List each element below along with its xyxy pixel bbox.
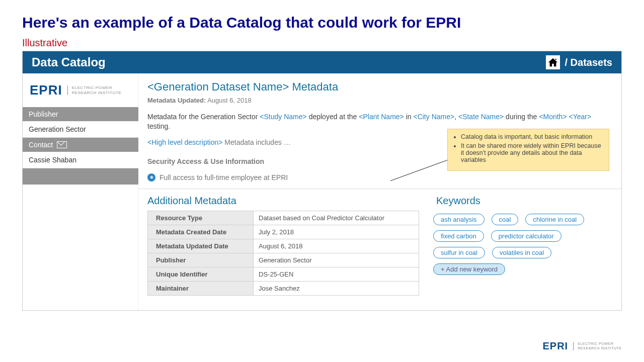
epri-logo-mark: EPRI	[30, 82, 62, 98]
callout-item: It can be shared more widely within EPRI…	[461, 142, 604, 163]
sidebar-blank	[23, 185, 138, 310]
sidebar: EPRI ELECTRIC POWER RESEARCH INSTITUTE P…	[23, 73, 138, 310]
meta-value: Dataset based on Coal Predictor Calculat…	[254, 211, 419, 225]
keyword-tag[interactable]: sulfur in coal	[433, 247, 485, 258]
meta-key: Metadata Updated Date	[148, 239, 254, 253]
metadata-updated: Metadata Updated: August 6, 2018	[147, 97, 613, 104]
sidebar-publisher-heading: Publisher	[23, 107, 138, 121]
keywords-block: Keywords ash analysiscoalchlorine in coa…	[433, 195, 613, 296]
placeholder-state: <State Name>	[458, 113, 504, 121]
divider	[138, 189, 621, 189]
meta-value: Jose Sanchez	[254, 281, 419, 295]
catalog-mockup: Data Catalog / Datasets EPRI ELECTRIC PO…	[22, 51, 622, 311]
epri-logo-mark: EPRI	[543, 340, 569, 352]
callout-box: Catalog data is important, but basic inf…	[447, 129, 609, 171]
placeholder-city: <City Name>	[413, 113, 454, 121]
meta-key: Resource Type	[148, 211, 254, 225]
catalog-header: Data Catalog / Datasets	[23, 51, 621, 73]
placeholder-plant: <Plant Name>	[359, 113, 404, 121]
home-icon[interactable]	[546, 55, 560, 69]
keyword-tag[interactable]: fixed carbon	[433, 230, 484, 242]
sidebar-contact-heading: Contact	[23, 138, 138, 152]
meta-value: DS-25-GEN	[254, 267, 419, 281]
add-keyword-button[interactable]: + Add new keyword	[433, 263, 505, 275]
placeholder-month: <Month>	[539, 113, 567, 121]
app-title: Data Catalog	[32, 55, 106, 69]
keyword-tag-list: ash analysiscoalchlorine in coalfixed ca…	[433, 214, 613, 275]
footer-logo: EPRI ELECTRIC POWER RESEARCH INSTITUTE	[543, 340, 622, 352]
callout-item: Catalog data is important, but basic inf…	[461, 133, 604, 140]
meta-key: Unique Identifier	[148, 267, 254, 281]
slide-subtitle: Illustrative	[22, 37, 622, 49]
table-row: PublisherGeneration Sector	[148, 253, 419, 267]
meta-value: July 2, 2018	[254, 225, 419, 239]
additional-metadata-block: Additional Metadata Resource TypeDataset…	[147, 195, 419, 296]
meta-key: Metadata Created Date	[148, 225, 254, 239]
additional-metadata-heading: Additional Metadata	[147, 195, 419, 207]
keyword-tag[interactable]: chlorine in coal	[525, 214, 584, 225]
placeholder-year: <Year>	[569, 113, 591, 121]
table-row: MaintainerJose Sanchez	[148, 281, 419, 295]
sidebar-contact-value[interactable]: Cassie Shaban	[23, 152, 138, 168]
mail-icon[interactable]	[57, 141, 67, 148]
keywords-heading: Keywords	[433, 195, 613, 207]
main-panel: <Generation Dataset Name> Metadata Metad…	[138, 73, 621, 310]
security-access-line: ★ Full access to full-time employee at E…	[147, 173, 613, 182]
epri-logo-subtitle: ELECTRIC POWER RESEARCH INSTITUTE	[67, 85, 122, 95]
table-row: Metadata Created DateJuly 2, 2018	[148, 225, 419, 239]
slide-title: Here's an example of a Data Catalog that…	[22, 14, 622, 31]
sidebar-publisher-value[interactable]: Generation Sector	[23, 121, 138, 138]
metadata-table: Resource TypeDataset based on Coal Predi…	[147, 211, 419, 296]
keyword-tag[interactable]: volatiles in coal	[492, 247, 551, 258]
keyword-tag[interactable]: coal	[492, 214, 519, 225]
table-row: Metadata Updated DateAugust 6, 2018	[148, 239, 419, 253]
keyword-tag[interactable]: predictor calculator	[491, 230, 561, 242]
sidebar-filler	[23, 168, 138, 185]
meta-value: August 6, 2018	[254, 239, 419, 253]
meta-value: Generation Sector	[254, 253, 419, 267]
table-row: Resource TypeDataset based on Coal Predi…	[148, 211, 419, 225]
breadcrumb[interactable]: / Datasets	[565, 57, 613, 68]
dataset-title: <Generation Dataset Name> Metadata	[147, 80, 613, 94]
table-row: Unique IdentifierDS-25-GEN	[148, 267, 419, 281]
meta-key: Publisher	[148, 253, 254, 267]
star-badge-icon: ★	[147, 173, 155, 182]
placeholder-study: <Study Name>	[260, 113, 306, 121]
meta-key: Maintainer	[148, 281, 254, 295]
keyword-tag[interactable]: ash analysis	[433, 214, 485, 225]
logo-block: EPRI ELECTRIC POWER RESEARCH INSTITUTE	[23, 73, 138, 107]
epri-logo-subtitle: ELECTRIC POWER RESEARCH INSTITUTE	[573, 342, 622, 350]
